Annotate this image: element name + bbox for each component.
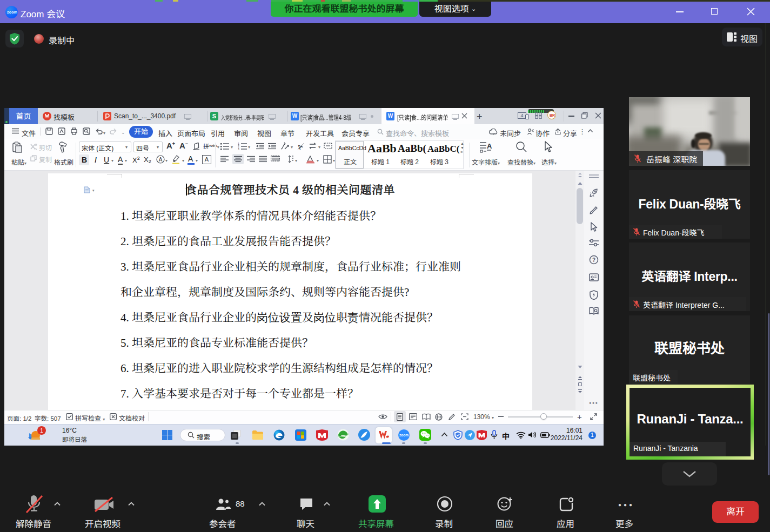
svg-text:3: 3 [238, 147, 239, 150]
svg-text:?: ? [592, 257, 595, 263]
svg-text:A: A [487, 142, 492, 150]
svg-text:A: A [159, 157, 163, 163]
